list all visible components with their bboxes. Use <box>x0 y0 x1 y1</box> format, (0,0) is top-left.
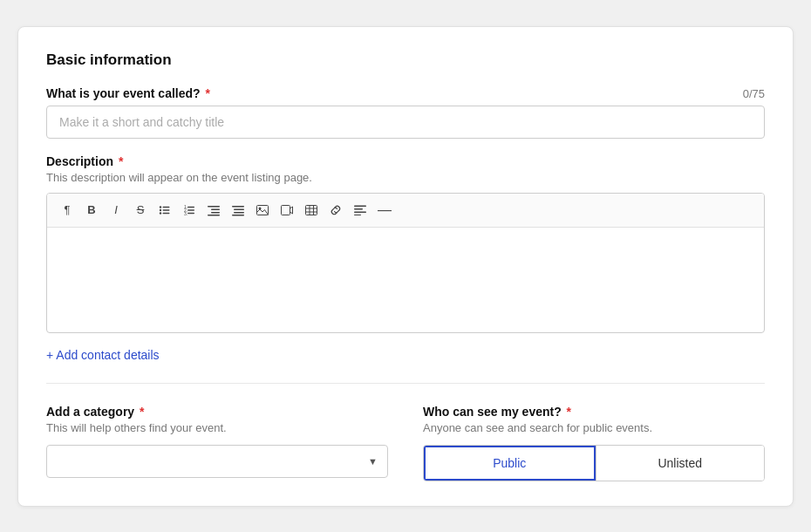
svg-point-0 <box>160 206 161 208</box>
svg-rect-30 <box>354 211 366 213</box>
event-title-label: What is your event called? * <box>46 86 210 100</box>
svg-rect-12 <box>208 206 220 208</box>
svg-rect-3 <box>163 209 170 210</box>
bullet-list-button[interactable] <box>153 199 176 222</box>
rich-text-editor: ¶ B I S 1.2.3. <box>46 193 765 333</box>
category-label: Add a category * <box>46 405 388 419</box>
category-col: Add a category * This will help others f… <box>46 405 388 481</box>
svg-rect-17 <box>234 208 244 210</box>
table-button[interactable] <box>300 199 323 222</box>
align-button[interactable] <box>349 199 371 222</box>
outdent-button[interactable] <box>202 199 225 222</box>
indent-button[interactable] <box>227 199 249 222</box>
svg-rect-14 <box>211 212 220 214</box>
visibility-label: Who can see my event? * <box>423 405 765 419</box>
description-label: Description * <box>46 154 765 168</box>
visibility-required: * <box>563 405 571 419</box>
link-button[interactable] <box>324 199 347 222</box>
ordered-list-button[interactable]: 1.2.3. <box>178 199 201 222</box>
horizontal-rule-button[interactable]: — <box>373 199 396 222</box>
video-button[interactable] <box>276 199 298 222</box>
public-toggle-button[interactable]: Public <box>424 446 596 481</box>
image-button[interactable] <box>251 199 274 222</box>
svg-rect-5 <box>163 212 170 213</box>
bold-button[interactable]: B <box>80 199 103 222</box>
basic-information-card: Basic information What is your event cal… <box>17 26 794 507</box>
category-select[interactable]: Music Sports Arts Technology Food Networ… <box>46 445 388 478</box>
italic-button[interactable]: I <box>105 199 127 222</box>
svg-rect-13 <box>211 208 220 210</box>
svg-rect-31 <box>354 215 361 215</box>
svg-point-4 <box>160 212 161 214</box>
svg-rect-23 <box>306 205 317 215</box>
unlisted-toggle-button[interactable]: Unlisted <box>596 446 765 481</box>
visibility-toggle-group: Public Unlisted <box>423 445 765 481</box>
event-title-row: What is your event called? * 0/75 <box>46 86 765 100</box>
category-select-wrapper: Music Sports Arts Technology Food Networ… <box>46 445 388 478</box>
svg-rect-28 <box>354 205 366 207</box>
description-sublabel: This description will appear on the even… <box>46 171 765 184</box>
svg-rect-1 <box>163 206 170 207</box>
category-sublabel: This will help others find your event. <box>46 421 388 434</box>
visibility-sublabel: Anyone can see and search for public eve… <box>423 421 765 434</box>
paragraph-button[interactable]: ¶ <box>56 199 78 222</box>
required-indicator: * <box>202 86 210 100</box>
strikethrough-button[interactable]: S <box>129 199 152 222</box>
category-required: * <box>136 405 144 419</box>
svg-rect-29 <box>354 208 363 210</box>
desc-required-indicator: * <box>115 154 123 168</box>
editor-content-area[interactable] <box>47 228 764 332</box>
section-title: Basic information <box>46 51 765 69</box>
svg-rect-16 <box>232 206 244 208</box>
svg-rect-15 <box>208 215 220 216</box>
svg-rect-9 <box>187 209 194 210</box>
description-section: Description * This description will appe… <box>46 154 765 333</box>
svg-rect-7 <box>187 206 194 207</box>
svg-rect-22 <box>282 205 290 215</box>
add-contact-link[interactable]: + Add contact details <box>46 348 160 362</box>
svg-rect-19 <box>232 215 244 216</box>
char-count: 0/75 <box>743 87 765 100</box>
visibility-col: Who can see my event? * Anyone can see a… <box>423 405 765 481</box>
bottom-section: Add a category * This will help others f… <box>46 383 765 506</box>
svg-rect-18 <box>234 212 244 214</box>
svg-text:3.: 3. <box>184 211 187 216</box>
editor-toolbar: ¶ B I S 1.2.3. <box>47 194 764 228</box>
svg-point-2 <box>160 208 161 210</box>
event-title-input[interactable] <box>46 106 765 139</box>
svg-rect-11 <box>187 212 194 213</box>
